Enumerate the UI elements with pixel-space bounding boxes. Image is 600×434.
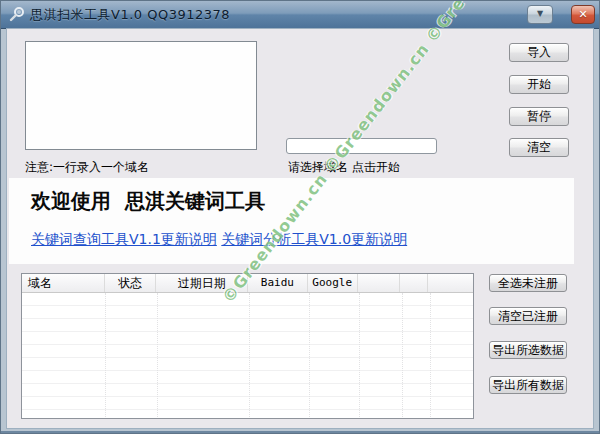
domain-progress-field[interactable] xyxy=(286,138,437,154)
table-header-row: 域名 状态 过期日期 Baidu Google xyxy=(22,274,473,293)
close-icon: ✕ xyxy=(578,8,587,21)
start-button[interactable]: 开始 xyxy=(509,75,569,94)
column-header-empty-3[interactable] xyxy=(428,274,473,292)
client-area: 注意:一行录入一个域名 请选择域名 点击开始 导入 开始 暂停 清空 欢迎使用 … xyxy=(7,29,593,428)
welcome-links: 关键词查询工具V1.1更新说明 关键词分析工具V1.0更新说明 xyxy=(31,231,407,249)
column-header-expiry-date[interactable]: 过期日期 xyxy=(156,274,248,292)
clear-registered-button[interactable]: 清空已注册 xyxy=(489,307,567,325)
column-header-empty-2[interactable] xyxy=(400,274,428,292)
note-label: 注意:一行录入一个域名 xyxy=(25,159,149,176)
link-keyword-query-tool-notes[interactable]: 关键词查询工具V1.1更新说明 xyxy=(31,231,217,247)
grid-line xyxy=(309,293,310,419)
minimize-icon: ▼ xyxy=(537,9,543,18)
column-header-empty-1[interactable] xyxy=(358,274,401,292)
table-body[interactable] xyxy=(22,293,473,419)
link-keyword-analysis-tool-notes[interactable]: 关键词分析工具V1.0更新说明 xyxy=(221,231,407,247)
results-table[interactable]: 域名 状态 过期日期 Baidu Google xyxy=(21,273,474,419)
titlebar[interactable]: 思淇扫米工具V1.0 QQ3912378 ▼ ✕ xyxy=(1,1,599,29)
domain-list-textarea[interactable] xyxy=(25,41,257,150)
close-button[interactable]: ✕ xyxy=(571,5,595,24)
welcome-heading: 欢迎使用 思淇关键词工具 xyxy=(31,188,265,215)
grid-line xyxy=(402,293,403,419)
grid-line xyxy=(359,293,360,419)
column-header-google[interactable]: Google xyxy=(308,274,358,292)
import-button[interactable]: 导入 xyxy=(509,43,569,62)
clear-button[interactable]: 清空 xyxy=(509,138,569,157)
app-window: 思淇扫米工具V1.0 QQ3912378 ▼ ✕ 注意:一行录入一个域名 请选择… xyxy=(0,0,600,434)
pause-button[interactable]: 暂停 xyxy=(509,107,569,126)
column-header-domain[interactable]: 域名 xyxy=(22,274,105,292)
hint-label: 请选择域名 点击开始 xyxy=(288,159,400,176)
magnifier-icon xyxy=(8,6,26,24)
export-selected-data-button[interactable]: 导出所选数据 xyxy=(489,341,567,359)
export-all-data-button[interactable]: 导出所有数据 xyxy=(489,376,567,394)
grid-line xyxy=(105,293,106,419)
grid-line xyxy=(249,293,250,419)
minimize-button[interactable]: ▼ xyxy=(527,5,553,24)
column-header-baidu[interactable]: Baidu xyxy=(248,274,308,292)
select-all-unregistered-button[interactable]: 全选未注册 xyxy=(489,274,567,292)
window-title: 思淇扫米工具V1.0 QQ3912378 xyxy=(30,6,230,24)
grid-line xyxy=(430,293,431,419)
grid-line xyxy=(157,293,158,419)
welcome-panel: 欢迎使用 思淇关键词工具 关键词查询工具V1.1更新说明 关键词分析工具V1.0… xyxy=(9,178,574,264)
column-header-status[interactable]: 状态 xyxy=(105,274,157,292)
